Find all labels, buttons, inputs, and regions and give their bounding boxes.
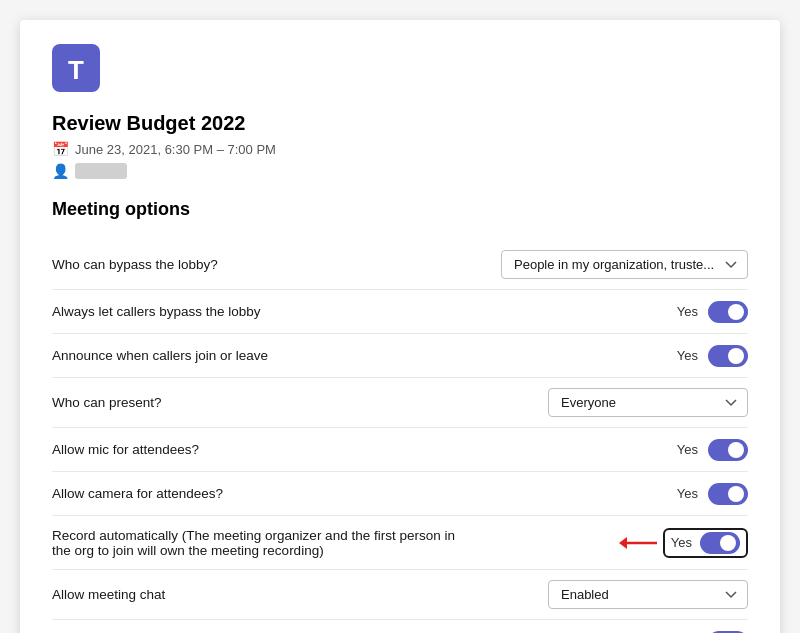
option-row-announce-join: Announce when callers join or leave Yes	[52, 334, 748, 378]
meeting-title: Review Budget 2022	[52, 112, 748, 135]
option-row-record-auto: Record automatically (The meeting organi…	[52, 516, 748, 570]
allow-chat-dropdown[interactable]: Enabled Disabled In-meeting only	[548, 580, 748, 609]
calendar-icon: 📅	[52, 141, 69, 157]
option-row-always-bypass: Always let callers bypass the lobby Yes	[52, 290, 748, 334]
teams-logo: T	[52, 44, 748, 112]
svg-marker-3	[619, 537, 627, 549]
option-control-allow-chat: Enabled Disabled In-meeting only	[548, 580, 748, 609]
bypass-lobby-dropdown[interactable]: People in my organization, truste... Eve…	[501, 250, 748, 279]
option-control-bypass-lobby: People in my organization, truste... Eve…	[501, 250, 748, 279]
person-icon: 👤	[52, 163, 69, 179]
yes-label-always-bypass: Yes	[677, 304, 698, 319]
yes-label-allow-mic: Yes	[677, 442, 698, 457]
option-label-allow-mic: Allow mic for attendees?	[52, 442, 452, 457]
option-control-allow-camera: Yes	[677, 483, 748, 505]
toggle-announce-join[interactable]	[708, 345, 748, 367]
yes-label-allow-camera: Yes	[677, 486, 698, 501]
toggle-always-bypass[interactable]	[708, 301, 748, 323]
option-control-record-auto: Yes	[619, 528, 748, 558]
yes-label-announce-join: Yes	[677, 348, 698, 363]
option-control-announce-join: Yes	[677, 345, 748, 367]
option-label-allow-chat: Allow meeting chat	[52, 587, 452, 602]
meeting-organizer: 👤	[52, 163, 748, 179]
organizer-avatar	[75, 163, 127, 179]
options-list: Who can bypass the lobby? People in my o…	[52, 240, 748, 633]
who-present-dropdown[interactable]: Everyone Specific people Only me	[548, 388, 748, 417]
option-row-who-present: Who can present? Everyone Specific peopl…	[52, 378, 748, 428]
option-label-always-bypass: Always let callers bypass the lobby	[52, 304, 452, 319]
section-title: Meeting options	[52, 199, 748, 220]
option-label-bypass-lobby: Who can bypass the lobby?	[52, 257, 452, 272]
red-arrow-icon	[619, 531, 659, 555]
option-control-allow-mic: Yes	[677, 439, 748, 461]
option-row-allow-camera: Allow camera for attendees? Yes	[52, 472, 748, 516]
svg-text:T: T	[68, 55, 84, 85]
option-label-who-present: Who can present?	[52, 395, 452, 410]
option-row-allow-mic: Allow mic for attendees? Yes	[52, 428, 748, 472]
option-row-allow-chat: Allow meeting chat Enabled Disabled In-m…	[52, 570, 748, 620]
option-row-allow-reactions: Allow reactions Yes	[52, 620, 748, 633]
toggle-allow-camera[interactable]	[708, 483, 748, 505]
yes-label-record-auto: Yes	[671, 535, 692, 550]
meeting-date: 📅 June 23, 2021, 6:30 PM – 7:00 PM	[52, 141, 748, 157]
toggle-allow-mic[interactable]	[708, 439, 748, 461]
option-control-who-present: Everyone Specific people Only me	[548, 388, 748, 417]
option-row-bypass-lobby: Who can bypass the lobby? People in my o…	[52, 240, 748, 290]
option-label-record-auto: Record automatically (The meeting organi…	[52, 528, 472, 558]
toggle-record-auto[interactable]	[700, 532, 740, 554]
option-label-allow-camera: Allow camera for attendees?	[52, 486, 452, 501]
meeting-options-window: T Review Budget 2022 📅 June 23, 2021, 6:…	[20, 20, 780, 633]
highlighted-toggle-record: Yes	[663, 528, 748, 558]
option-label-announce-join: Announce when callers join or leave	[52, 348, 452, 363]
option-control-always-bypass: Yes	[677, 301, 748, 323]
